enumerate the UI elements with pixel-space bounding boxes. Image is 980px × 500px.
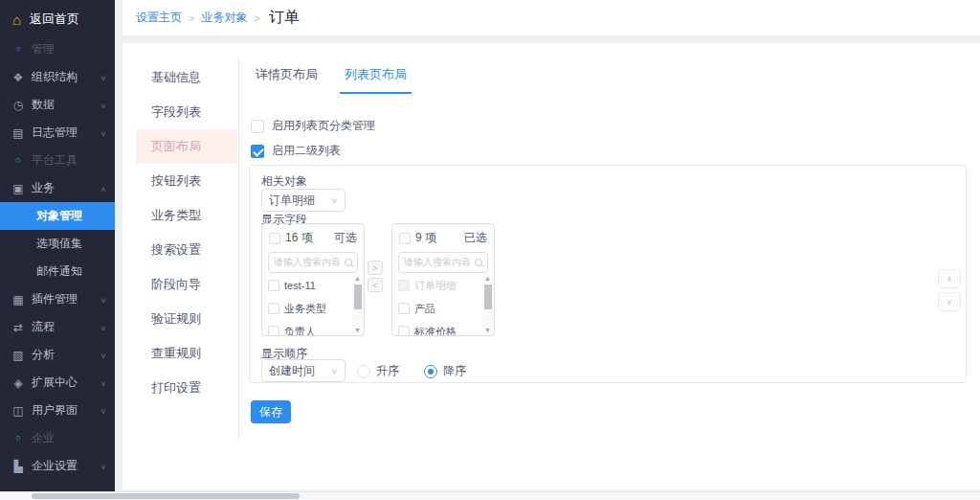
breadcrumb-link-settings-home[interactable]: 设置主页 xyxy=(136,10,182,26)
chevron-down-icon: ∨ xyxy=(100,406,106,415)
sidebar-item-analysis[interactable]: ▧ 分析 ∨ xyxy=(0,341,115,369)
subnav-item-basic-info[interactable]: 基础信息 xyxy=(136,60,237,95)
radio-ascending[interactable]: 升序 xyxy=(357,363,399,379)
scroll-up-icon[interactable]: ▲ xyxy=(484,274,491,283)
chevron-down-icon: ∨ xyxy=(100,101,106,109)
item-checkbox[interactable] xyxy=(268,303,279,314)
item-checkbox[interactable] xyxy=(268,326,279,335)
item-label: 标准价格 xyxy=(414,325,457,336)
radio-icon[interactable] xyxy=(357,365,370,378)
target-scrollbar[interactable]: ▲ ▼ xyxy=(482,274,493,334)
sidebar-item-enterprise-settings[interactable]: ▙ 企业设置 ∨ xyxy=(0,452,115,480)
breadcrumb-link-business-object[interactable]: 业务对象 xyxy=(201,10,247,26)
scroll-down-icon[interactable]: ▼ xyxy=(484,326,491,334)
source-search-input[interactable]: 请输入搜索内容 xyxy=(268,252,358,273)
main-sidebar: ⌂ 返回首页 ○ 管理 ❖ 组织结构 ∨ ◷ 数据 ∨ ▤ 日志管理 ∨ ○ 平… xyxy=(0,0,115,491)
checkbox-secondary-list[interactable] xyxy=(251,145,264,158)
item-label: 订单明细 xyxy=(414,279,457,293)
back-to-home[interactable]: ⌂ 返回首页 xyxy=(0,3,115,35)
building-icon: ▙ xyxy=(11,461,25,472)
move-down-button[interactable]: ∨ xyxy=(938,292,961,311)
save-button[interactable]: 保存 xyxy=(251,400,291,423)
move-up-button[interactable]: ∧ xyxy=(938,269,961,288)
subnav-item-button-list[interactable]: 按钮列表 xyxy=(136,164,237,198)
list-item[interactable]: 业务类型 xyxy=(268,297,352,320)
sidebar-item-log-management[interactable]: ▤ 日志管理 ∨ xyxy=(0,119,115,147)
item-label: 业务类型 xyxy=(284,302,326,316)
breadcrumb-current-page: 订单 xyxy=(269,8,300,28)
list-item[interactable]: 负责人 xyxy=(268,320,352,335)
sidebar-item-user-interface[interactable]: ◫ 用户界面 ∨ xyxy=(0,397,115,424)
item-checkbox[interactable] xyxy=(398,326,410,335)
source-scrollbar[interactable]: ▲ ▼ xyxy=(352,274,363,334)
sidebar-item-extension-center[interactable]: ◈ 扩展中心 ∨ xyxy=(0,369,115,397)
settings-subnav: 基础信息 字段列表 页面布局 按钮列表 业务类型 搜索设置 阶段向导 验证规则 … xyxy=(136,60,237,405)
target-search-placeholder: 请输入搜索内容 xyxy=(404,256,471,269)
radio-icon[interactable] xyxy=(424,365,437,378)
sort-direction-radios: 升序 降序 xyxy=(357,363,466,379)
log-icon: ▤ xyxy=(11,127,25,139)
target-search-input[interactable]: 请输入搜索内容 xyxy=(398,252,488,273)
move-left-button[interactable]: < xyxy=(368,278,383,292)
subnav-item-print-settings[interactable]: 打印设置 xyxy=(136,371,237,405)
sidebar-item-label: 扩展中心 xyxy=(32,375,78,391)
target-count: 9 项 xyxy=(415,230,436,246)
content-card: 基础信息 字段列表 页面布局 按钮列表 业务类型 搜索设置 阶段向导 验证规则 … xyxy=(122,43,980,489)
subnav-item-stage-wizard[interactable]: 阶段向导 xyxy=(136,267,237,302)
subnav-item-page-layout[interactable]: 页面布局 xyxy=(136,129,237,164)
list-item: 订单明细 xyxy=(398,274,482,297)
horizontal-scrollbar[interactable] xyxy=(0,491,980,500)
display-order-value: 创建时间 xyxy=(269,363,315,379)
scrollbar-thumb[interactable] xyxy=(484,284,492,309)
list-item[interactable]: 标准价格 xyxy=(398,320,482,335)
sidebar-item-manage[interactable]: ○ 管理 xyxy=(0,35,115,63)
sidebar-item-business[interactable]: ▣ 业务 ∧ xyxy=(0,174,115,202)
scrollbar-thumb[interactable] xyxy=(354,284,362,309)
scroll-up-icon[interactable]: ▲ xyxy=(354,274,361,283)
sidebar-item-email-notification[interactable]: 邮件通知 xyxy=(0,258,115,285)
checkbox-row-category-management[interactable]: 启用列表页分类管理 xyxy=(251,118,375,134)
chevron-down-icon: ∨ xyxy=(331,367,338,375)
top-bar: 设置主页 > 业务对象 > 订单 xyxy=(122,0,980,35)
subnav-item-business-type[interactable]: 业务类型 xyxy=(136,198,237,233)
select-all-target-checkbox[interactable] xyxy=(399,233,411,244)
sidebar-item-object-management[interactable]: 对象管理 xyxy=(0,202,115,230)
sidebar-item-data[interactable]: ◷ 数据 ∨ xyxy=(0,91,115,119)
sidebar-item-option-sets[interactable]: 选项值集 xyxy=(0,230,115,258)
transfer-source-panel: 16 项 可选 请输入搜索内容 test-11 业务类型 负责人 xyxy=(261,223,365,336)
scrollbar-thumb[interactable] xyxy=(32,493,300,499)
plugin-icon: ▦ xyxy=(11,294,25,306)
radio-descending[interactable]: 降序 xyxy=(424,363,466,379)
subnav-item-validation-rules[interactable]: 验证规则 xyxy=(136,302,237,336)
sidebar-item-plugin-management[interactable]: ▦ 插件管理 ∨ xyxy=(0,285,115,313)
subnav-item-dedup-rules[interactable]: 查重规则 xyxy=(136,336,237,371)
list-item[interactable]: 产品 xyxy=(398,297,482,320)
item-checkbox[interactable] xyxy=(268,280,279,291)
tab-detail-page-layout[interactable]: 详情页布局 xyxy=(251,58,323,94)
display-order-select[interactable]: 创建时间 ∨ xyxy=(261,359,345,382)
sidebar-item-label: 业务 xyxy=(32,180,55,196)
transfer-source-header: 16 项 可选 xyxy=(262,224,364,248)
select-all-source-checkbox[interactable] xyxy=(269,233,280,244)
transfer-buttons: > < xyxy=(368,261,383,292)
sidebar-item-label: 邮件通知 xyxy=(36,263,82,280)
related-object-select[interactable]: 订单明细 ∨ xyxy=(261,189,345,212)
briefcase-icon: ▣ xyxy=(11,183,25,194)
sidebar-item-platform-tools[interactable]: ○ 平台工具 xyxy=(0,147,115,174)
list-item[interactable]: test-11 xyxy=(268,274,352,297)
sidebar-item-org-structure[interactable]: ❖ 组织结构 ∨ xyxy=(0,63,115,91)
chevron-down-icon: ∨ xyxy=(100,128,106,137)
checkbox-category-management[interactable] xyxy=(251,120,264,133)
item-checkbox[interactable] xyxy=(398,303,410,314)
sidebar-item-label: 管理 xyxy=(32,41,55,57)
subnav-item-field-list[interactable]: 字段列表 xyxy=(136,95,237,129)
tab-list-page-layout[interactable]: 列表页布局 xyxy=(340,58,412,94)
chevron-down-icon: ∨ xyxy=(100,351,106,359)
checkbox-label: 启用列表页分类管理 xyxy=(272,118,375,134)
checkbox-row-secondary-list[interactable]: 启用二级列表 xyxy=(251,143,341,159)
scroll-down-icon[interactable]: ▼ xyxy=(354,326,361,334)
subnav-item-search-settings[interactable]: 搜索设置 xyxy=(136,233,237,267)
sidebar-item-enterprise[interactable]: ○ 企业 xyxy=(0,424,115,452)
sidebar-item-workflow[interactable]: ⇄ 流程 ∨ xyxy=(0,313,115,341)
move-right-button[interactable]: > xyxy=(368,261,383,275)
